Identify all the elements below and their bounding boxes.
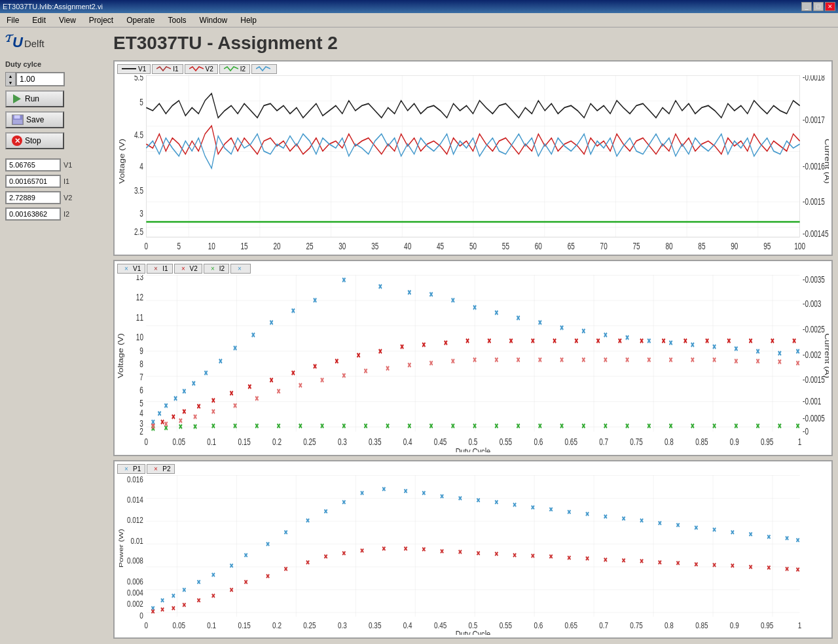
svg-text:×: × [161, 596, 164, 604]
svg-text:0: 0 [139, 611, 143, 620]
minimize-button[interactable]: _ [801, 2, 812, 11]
svg-text:5: 5 [139, 399, 143, 409]
menu-tools[interactable]: Tools [164, 14, 191, 26]
svg-text:×: × [197, 578, 200, 586]
svg-text:×: × [164, 420, 168, 429]
svg-text:0.4: 0.4 [403, 621, 412, 630]
save-button[interactable]: Save [5, 111, 64, 128]
svg-text:×: × [251, 331, 255, 340]
svg-text:×: × [181, 265, 185, 272]
svg-text:×: × [429, 421, 433, 431]
spinner-down-button[interactable]: ▼ [6, 79, 15, 86]
svg-text:×: × [731, 562, 734, 569]
legend-v1[interactable]: V1 [117, 64, 151, 74]
svg-text:0.75: 0.75 [630, 437, 643, 447]
stop-label: Stop [25, 136, 41, 145]
menu-project[interactable]: Project [85, 14, 117, 26]
svg-text:0.25: 0.25 [303, 437, 316, 447]
svg-text:0.004: 0.004 [127, 588, 143, 597]
svg-text:35: 35 [371, 241, 378, 251]
svg-text:×: × [266, 572, 269, 580]
legend-i2[interactable]: I2 [219, 64, 250, 74]
svg-text:×: × [306, 558, 309, 566]
svg-text:×: × [422, 545, 426, 553]
svg-text:×: × [361, 546, 364, 554]
legend3-p2[interactable]: × P2 [147, 464, 175, 474]
svg-text:0.85: 0.85 [695, 437, 708, 447]
svg-text:13: 13 [136, 275, 143, 282]
svg-text:×: × [691, 355, 694, 365]
svg-text:×: × [622, 514, 625, 522]
svg-text:0.3: 0.3 [338, 621, 347, 630]
legend-v2[interactable]: V2 [185, 64, 218, 74]
chart2-legend: × V1 × I1 × V2 × I2 × [117, 264, 829, 274]
spinner-arrows[interactable]: ▲ ▼ [5, 72, 16, 86]
svg-text:0.8: 0.8 [665, 621, 674, 630]
menu-help[interactable]: Help [236, 14, 261, 26]
svg-text:×: × [796, 359, 799, 368]
svg-text:×: × [713, 561, 716, 569]
close-button[interactable]: ✕ [825, 2, 835, 11]
svg-text:0.45: 0.45 [434, 621, 446, 630]
svg-text:0.6: 0.6 [534, 437, 543, 447]
svg-text:0.25: 0.25 [303, 621, 316, 630]
menu-operate[interactable]: Operate [122, 14, 158, 26]
svg-text:×: × [517, 355, 520, 365]
chart1-area: 5.5 5 4.5 4 3.5 3 2.5 Voltage (V) -0.001… [117, 75, 829, 252]
duty-value-input[interactable] [16, 72, 65, 86]
svg-text:×: × [458, 494, 462, 502]
maximize-button[interactable]: □ [813, 2, 824, 11]
legend2-extra[interactable]: × [230, 264, 251, 274]
duty-cycle-input[interactable]: ▲ ▼ [5, 72, 103, 86]
svg-text:-0.0035: -0.0035 [803, 275, 825, 285]
menu-window[interactable]: Window [196, 14, 232, 26]
legend-i1[interactable]: I1 [152, 64, 183, 74]
svg-text:×: × [647, 355, 651, 365]
legend2-v1[interactable]: × V1 [117, 264, 145, 274]
svg-text:×: × [124, 265, 128, 272]
svg-text:×: × [549, 552, 553, 560]
menu-edit[interactable]: Edit [28, 14, 50, 26]
svg-rect-228 [146, 475, 799, 617]
stop-button[interactable]: ✕ Stop [5, 132, 64, 149]
legend2-i1[interactable]: × I1 [147, 264, 172, 274]
legend-v2b[interactable] [251, 64, 277, 74]
svg-text:×: × [749, 336, 752, 346]
svg-text:×: × [727, 336, 731, 346]
menu-file[interactable]: File [3, 14, 23, 26]
svg-text:×: × [441, 547, 444, 555]
svg-text:0.8: 0.8 [665, 437, 674, 447]
svg-text:×: × [230, 389, 233, 398]
svg-text:100: 100 [794, 241, 805, 251]
svg-text:×: × [622, 556, 625, 564]
svg-text:0.85: 0.85 [695, 621, 708, 630]
svg-text:×: × [549, 505, 553, 513]
run-icon [12, 94, 22, 104]
svg-text:×: × [756, 421, 759, 431]
menu-view[interactable]: View [55, 14, 80, 26]
svg-text:×: × [382, 545, 386, 552]
svg-text:×: × [676, 520, 680, 528]
run-button[interactable]: Run [5, 90, 64, 107]
legend2-i2[interactable]: × I2 [204, 264, 229, 274]
svg-text:×: × [683, 336, 687, 346]
chart2-svg: 13 12 11 10 9 8 7 6 5 4 3 2 Voltage (V) … [117, 275, 829, 452]
svg-text:×: × [211, 571, 215, 579]
svg-text:4: 4 [139, 161, 143, 171]
legend2-v2[interactable]: × V2 [174, 264, 202, 274]
svg-text:×: × [233, 344, 236, 353]
svg-text:×: × [509, 336, 513, 346]
svg-text:×: × [658, 558, 661, 566]
legend3-p1[interactable]: × P1 [117, 464, 145, 474]
spinner-up-button[interactable]: ▲ [6, 73, 15, 79]
svg-text:×: × [151, 422, 155, 431]
svg-text:×: × [183, 387, 186, 396]
svg-text:×: × [756, 357, 759, 366]
i1-label: I1 [64, 177, 69, 185]
svg-text:×: × [473, 421, 477, 431]
svg-text:×: × [386, 421, 389, 431]
svg-text:×: × [124, 465, 128, 473]
svg-text:×: × [408, 288, 411, 297]
svg-text:40: 40 [404, 241, 411, 251]
svg-text:×: × [676, 559, 680, 567]
